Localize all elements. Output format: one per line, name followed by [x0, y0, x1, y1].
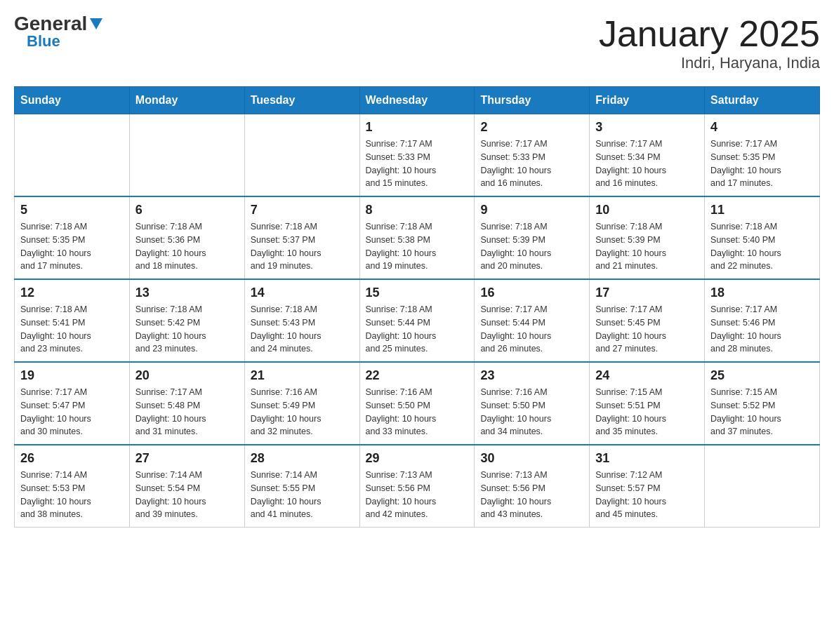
day-number: 12: [20, 286, 124, 300]
day-number: 22: [366, 368, 469, 383]
table-row: 1Sunrise: 7:17 AMSunset: 5:33 PMDaylight…: [359, 114, 475, 197]
table-row: 23Sunrise: 7:16 AMSunset: 5:50 PMDayligh…: [475, 362, 590, 445]
day-info: Sunrise: 7:17 AMSunset: 5:44 PMDaylight:…: [480, 303, 583, 356]
day-info: Sunrise: 7:14 AMSunset: 5:53 PMDaylight:…: [20, 469, 124, 521]
day-info: Sunrise: 7:17 AMSunset: 5:46 PMDaylight:…: [710, 303, 814, 356]
col-saturday: Saturday: [705, 87, 820, 114]
day-number: 14: [251, 286, 354, 300]
table-row: 19Sunrise: 7:17 AMSunset: 5:47 PMDayligh…: [15, 362, 130, 445]
day-info: Sunrise: 7:17 AMSunset: 5:45 PMDaylight:…: [595, 303, 699, 356]
calendar-week-row: 5Sunrise: 7:18 AMSunset: 5:35 PMDaylight…: [15, 196, 820, 279]
day-info: Sunrise: 7:17 AMSunset: 5:48 PMDaylight:…: [135, 386, 239, 438]
day-number: 16: [480, 286, 583, 300]
calendar-week-row: 12Sunrise: 7:18 AMSunset: 5:41 PMDayligh…: [15, 279, 820, 362]
day-number: 17: [595, 286, 699, 300]
location-title: Indri, Haryana, India: [599, 54, 820, 72]
day-number: 18: [710, 286, 814, 300]
day-info: Sunrise: 7:15 AMSunset: 5:51 PMDaylight:…: [595, 386, 699, 438]
day-number: 29: [366, 451, 469, 466]
day-info: Sunrise: 7:18 AMSunset: 5:43 PMDaylight:…: [251, 303, 354, 356]
col-monday: Monday: [129, 87, 244, 114]
col-friday: Friday: [590, 87, 705, 114]
day-number: 6: [135, 203, 239, 217]
day-number: 31: [595, 451, 699, 466]
day-info: Sunrise: 7:18 AMSunset: 5:38 PMDaylight:…: [366, 220, 469, 273]
table-row: [244, 114, 359, 197]
table-row: 11Sunrise: 7:18 AMSunset: 5:40 PMDayligh…: [705, 196, 820, 279]
table-row: 25Sunrise: 7:15 AMSunset: 5:52 PMDayligh…: [705, 362, 820, 445]
day-info: Sunrise: 7:15 AMSunset: 5:52 PMDaylight:…: [710, 386, 814, 438]
day-info: Sunrise: 7:14 AMSunset: 5:55 PMDaylight:…: [251, 469, 354, 521]
table-row: 5Sunrise: 7:18 AMSunset: 5:35 PMDaylight…: [15, 196, 130, 279]
day-number: 27: [135, 451, 239, 466]
col-wednesday: Wednesday: [359, 87, 475, 114]
day-info: Sunrise: 7:17 AMSunset: 5:35 PMDaylight:…: [710, 137, 814, 190]
calendar-table: Sunday Monday Tuesday Wednesday Thursday…: [14, 86, 820, 528]
col-tuesday: Tuesday: [244, 87, 359, 114]
table-row: [705, 445, 820, 528]
table-row: 31Sunrise: 7:12 AMSunset: 5:57 PMDayligh…: [590, 445, 705, 528]
table-row: 3Sunrise: 7:17 AMSunset: 5:34 PMDaylight…: [590, 114, 705, 197]
day-info: Sunrise: 7:12 AMSunset: 5:57 PMDaylight:…: [595, 469, 699, 521]
table-row: 22Sunrise: 7:16 AMSunset: 5:50 PMDayligh…: [359, 362, 475, 445]
page-header: General Blue January 2025 Indri, Haryana…: [14, 14, 820, 72]
day-number: 28: [251, 451, 354, 466]
day-info: Sunrise: 7:16 AMSunset: 5:49 PMDaylight:…: [251, 386, 354, 438]
table-row: 28Sunrise: 7:14 AMSunset: 5:55 PMDayligh…: [244, 445, 359, 528]
logo: General Blue: [14, 14, 102, 49]
day-info: Sunrise: 7:18 AMSunset: 5:35 PMDaylight:…: [20, 220, 124, 273]
table-row: 24Sunrise: 7:15 AMSunset: 5:51 PMDayligh…: [590, 362, 705, 445]
day-number: 21: [251, 368, 354, 383]
logo-triangle-icon: [90, 18, 102, 29]
day-number: 25: [710, 368, 814, 383]
day-number: 15: [366, 286, 469, 300]
col-thursday: Thursday: [475, 87, 590, 114]
table-row: 8Sunrise: 7:18 AMSunset: 5:38 PMDaylight…: [359, 196, 475, 279]
day-number: 9: [480, 203, 583, 217]
day-info: Sunrise: 7:18 AMSunset: 5:39 PMDaylight:…: [595, 220, 699, 273]
calendar-week-row: 19Sunrise: 7:17 AMSunset: 5:47 PMDayligh…: [15, 362, 820, 445]
day-number: 13: [135, 286, 239, 300]
day-info: Sunrise: 7:13 AMSunset: 5:56 PMDaylight:…: [480, 469, 583, 521]
table-row: 21Sunrise: 7:16 AMSunset: 5:49 PMDayligh…: [244, 362, 359, 445]
day-info: Sunrise: 7:18 AMSunset: 5:44 PMDaylight:…: [366, 303, 469, 356]
logo-general: General: [14, 13, 102, 34]
table-row: 17Sunrise: 7:17 AMSunset: 5:45 PMDayligh…: [590, 279, 705, 362]
day-info: Sunrise: 7:17 AMSunset: 5:33 PMDaylight:…: [480, 137, 583, 190]
calendar-week-row: 1Sunrise: 7:17 AMSunset: 5:33 PMDaylight…: [15, 114, 820, 197]
day-number: 19: [20, 368, 124, 383]
day-info: Sunrise: 7:18 AMSunset: 5:40 PMDaylight:…: [710, 220, 814, 273]
table-row: 14Sunrise: 7:18 AMSunset: 5:43 PMDayligh…: [244, 279, 359, 362]
day-number: 7: [251, 203, 354, 217]
day-info: Sunrise: 7:18 AMSunset: 5:39 PMDaylight:…: [480, 220, 583, 273]
day-number: 24: [595, 368, 699, 383]
table-row: 9Sunrise: 7:18 AMSunset: 5:39 PMDaylight…: [475, 196, 590, 279]
day-number: 2: [480, 120, 583, 135]
table-row: 2Sunrise: 7:17 AMSunset: 5:33 PMDaylight…: [475, 114, 590, 197]
table-row: 13Sunrise: 7:18 AMSunset: 5:42 PMDayligh…: [129, 279, 244, 362]
day-info: Sunrise: 7:14 AMSunset: 5:54 PMDaylight:…: [135, 469, 239, 521]
calendar-week-row: 26Sunrise: 7:14 AMSunset: 5:53 PMDayligh…: [15, 445, 820, 528]
table-row: 12Sunrise: 7:18 AMSunset: 5:41 PMDayligh…: [15, 279, 130, 362]
day-number: 3: [595, 120, 699, 135]
day-info: Sunrise: 7:18 AMSunset: 5:37 PMDaylight:…: [251, 220, 354, 273]
day-info: Sunrise: 7:18 AMSunset: 5:41 PMDaylight:…: [20, 303, 124, 356]
day-info: Sunrise: 7:18 AMSunset: 5:42 PMDaylight:…: [135, 303, 239, 356]
day-number: 20: [135, 368, 239, 383]
table-row: 15Sunrise: 7:18 AMSunset: 5:44 PMDayligh…: [359, 279, 475, 362]
calendar-header-row: Sunday Monday Tuesday Wednesday Thursday…: [15, 87, 820, 114]
table-row: [15, 114, 130, 197]
table-row: 20Sunrise: 7:17 AMSunset: 5:48 PMDayligh…: [129, 362, 244, 445]
day-number: 11: [710, 203, 814, 217]
col-sunday: Sunday: [15, 87, 130, 114]
table-row: 7Sunrise: 7:18 AMSunset: 5:37 PMDaylight…: [244, 196, 359, 279]
day-number: 30: [480, 451, 583, 466]
table-row: [129, 114, 244, 197]
logo-blue: Blue: [27, 34, 60, 49]
logo-text: General: [14, 14, 102, 34]
day-info: Sunrise: 7:16 AMSunset: 5:50 PMDaylight:…: [366, 386, 469, 438]
day-info: Sunrise: 7:17 AMSunset: 5:47 PMDaylight:…: [20, 386, 124, 438]
day-number: 10: [595, 203, 699, 217]
table-row: 10Sunrise: 7:18 AMSunset: 5:39 PMDayligh…: [590, 196, 705, 279]
table-row: 29Sunrise: 7:13 AMSunset: 5:56 PMDayligh…: [359, 445, 475, 528]
